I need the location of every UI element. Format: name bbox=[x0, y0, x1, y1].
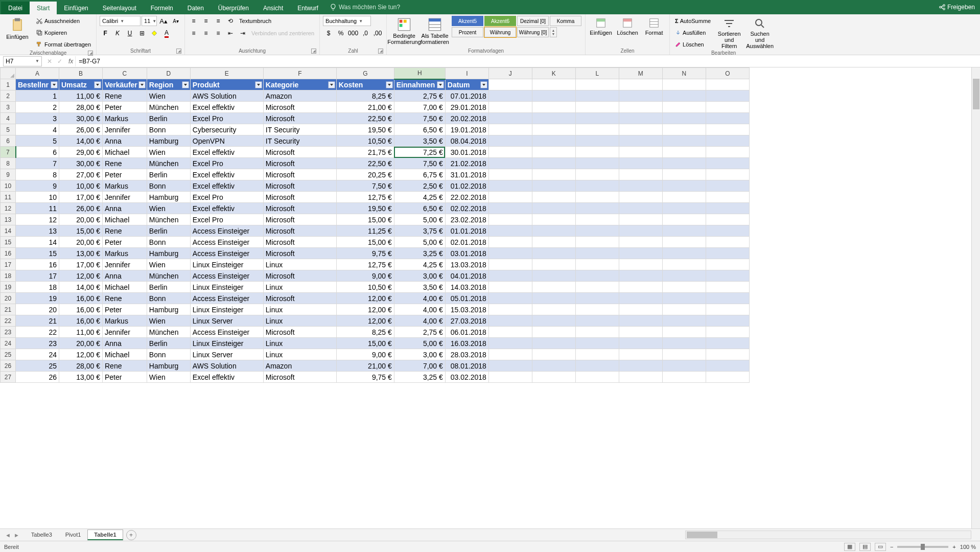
row-header-5[interactable]: 5 bbox=[1, 124, 16, 135]
cell-E3[interactable]: Excel effektiv bbox=[190, 102, 263, 113]
cell-H14[interactable]: 3,75 € bbox=[394, 225, 445, 237]
cell-B16[interactable]: 13,00 € bbox=[59, 248, 103, 259]
cell-C20[interactable]: Rene bbox=[103, 293, 147, 304]
cell-K4[interactable] bbox=[532, 113, 575, 124]
cell-K24[interactable] bbox=[532, 338, 575, 349]
cell-L5[interactable] bbox=[575, 124, 619, 135]
cell-J6[interactable] bbox=[488, 135, 532, 147]
menu-tab-seitenlayout[interactable]: Seitenlayout bbox=[96, 2, 144, 14]
cell-C23[interactable]: Jennifer bbox=[103, 327, 147, 338]
cell-I2[interactable]: 07.01.2018 bbox=[445, 90, 488, 102]
cell-L24[interactable] bbox=[575, 338, 619, 349]
cell-H21[interactable]: 4,00 € bbox=[394, 304, 445, 315]
cell-G6[interactable]: 10,50 € bbox=[336, 135, 394, 147]
cell-O14[interactable] bbox=[706, 225, 749, 237]
cell-O5[interactable] bbox=[706, 124, 749, 135]
cell-A3[interactable]: 2 bbox=[16, 102, 59, 113]
cell-K13[interactable] bbox=[532, 214, 575, 225]
cell-F17[interactable]: Linux bbox=[263, 259, 336, 270]
cell-H8[interactable]: 7,50 € bbox=[394, 158, 445, 169]
cell-N13[interactable] bbox=[662, 214, 706, 225]
cell-C5[interactable]: Jennifer bbox=[103, 124, 147, 135]
filter-dropdown-icon[interactable] bbox=[386, 81, 393, 88]
cell-F10[interactable]: Microsoft bbox=[263, 180, 336, 192]
name-box[interactable]: H7▼ bbox=[3, 56, 42, 66]
filter-dropdown-icon[interactable] bbox=[51, 81, 58, 88]
cell-H26[interactable]: 7,00 € bbox=[394, 360, 445, 372]
cell-O18[interactable] bbox=[706, 270, 749, 282]
cell-F20[interactable]: Microsoft bbox=[263, 293, 336, 304]
cell-F14[interactable]: Microsoft bbox=[263, 225, 336, 237]
cell-L18[interactable] bbox=[575, 270, 619, 282]
cell-M9[interactable] bbox=[619, 169, 662, 180]
cell-F8[interactable]: Microsoft bbox=[263, 158, 336, 169]
cell-B15[interactable]: 20,00 € bbox=[59, 237, 103, 248]
cell-N18[interactable] bbox=[662, 270, 706, 282]
format-painter-button[interactable]: Format übertragen bbox=[34, 39, 93, 50]
cell-G11[interactable]: 12,75 € bbox=[336, 192, 394, 203]
cell-I14[interactable]: 01.01.2018 bbox=[445, 225, 488, 237]
cell-I3[interactable]: 29.01.2018 bbox=[445, 102, 488, 113]
table-header-verkäufer[interactable]: Verkäufer bbox=[103, 79, 147, 90]
cell-B5[interactable]: 26,00 € bbox=[59, 124, 103, 135]
cell-E13[interactable]: Excel Pro bbox=[190, 214, 263, 225]
cell-J9[interactable] bbox=[488, 169, 532, 180]
cell-M21[interactable] bbox=[619, 304, 662, 315]
cell-B10[interactable]: 10,00 € bbox=[59, 180, 103, 192]
cell-M27[interactable] bbox=[619, 372, 662, 383]
add-sheet-button[interactable]: + bbox=[126, 530, 136, 540]
cell-K10[interactable] bbox=[532, 180, 575, 192]
cell-D17[interactable]: Wien bbox=[147, 259, 190, 270]
cell-M20[interactable] bbox=[619, 293, 662, 304]
cell-D13[interactable]: München bbox=[147, 214, 190, 225]
cell-L13[interactable] bbox=[575, 214, 619, 225]
menu-tab-entwurf[interactable]: Entwurf bbox=[290, 2, 325, 14]
cell-L27[interactable] bbox=[575, 372, 619, 383]
row-header-22[interactable]: 22 bbox=[1, 315, 16, 327]
cell-B17[interactable]: 17,00 € bbox=[59, 259, 103, 270]
cell[interactable] bbox=[662, 79, 706, 90]
col-header-N[interactable]: N bbox=[662, 68, 706, 79]
cell-L12[interactable] bbox=[575, 203, 619, 214]
cell-F12[interactable]: Microsoft bbox=[263, 203, 336, 214]
cell-I9[interactable]: 31.01.2018 bbox=[445, 169, 488, 180]
cell-C22[interactable]: Markus bbox=[103, 315, 147, 327]
cell-J21[interactable] bbox=[488, 304, 532, 315]
cell-H9[interactable]: 6,75 € bbox=[394, 169, 445, 180]
cell-M8[interactable] bbox=[619, 158, 662, 169]
align-top-button[interactable]: ≡ bbox=[188, 15, 199, 27]
col-header-H[interactable]: H bbox=[394, 68, 445, 79]
cell-E27[interactable]: Excel effektiv bbox=[190, 372, 263, 383]
cell-G10[interactable]: 7,50 € bbox=[336, 180, 394, 192]
cell-G12[interactable]: 19,50 € bbox=[336, 203, 394, 214]
cell-B21[interactable]: 16,00 € bbox=[59, 304, 103, 315]
cell-L11[interactable] bbox=[575, 192, 619, 203]
cell-L7[interactable] bbox=[575, 147, 619, 158]
cell-F13[interactable]: Microsoft bbox=[263, 214, 336, 225]
cell-K2[interactable] bbox=[532, 90, 575, 102]
row-header-2[interactable]: 2 bbox=[1, 90, 16, 102]
sort-filter-button[interactable]: Sortieren und Filtern bbox=[715, 15, 743, 49]
cell-N19[interactable] bbox=[662, 282, 706, 293]
row-header-15[interactable]: 15 bbox=[1, 237, 16, 248]
italic-button[interactable]: K bbox=[112, 28, 123, 39]
cell-B14[interactable]: 15,00 € bbox=[59, 225, 103, 237]
cell-O23[interactable] bbox=[706, 327, 749, 338]
cell-K17[interactable] bbox=[532, 259, 575, 270]
cell-B3[interactable]: 28,00 € bbox=[59, 102, 103, 113]
cell-C6[interactable]: Anna bbox=[103, 135, 147, 147]
cell-K7[interactable] bbox=[532, 147, 575, 158]
cell-B27[interactable]: 13,00 € bbox=[59, 372, 103, 383]
underline-button[interactable]: U bbox=[124, 28, 135, 39]
cell-G14[interactable]: 11,25 € bbox=[336, 225, 394, 237]
format-as-table-button[interactable]: Als Tabelle formatieren bbox=[421, 15, 449, 45]
cell-D25[interactable]: Bonn bbox=[147, 349, 190, 360]
cell-A20[interactable]: 19 bbox=[16, 293, 59, 304]
cell-H10[interactable]: 2,50 € bbox=[394, 180, 445, 192]
cell-I20[interactable]: 05.01.2018 bbox=[445, 293, 488, 304]
cell-L9[interactable] bbox=[575, 169, 619, 180]
share-button[interactable]: Freigeben bbox=[939, 4, 975, 11]
cell-L19[interactable] bbox=[575, 282, 619, 293]
row-header-14[interactable]: 14 bbox=[1, 225, 16, 237]
cell-E8[interactable]: Excel Pro bbox=[190, 158, 263, 169]
